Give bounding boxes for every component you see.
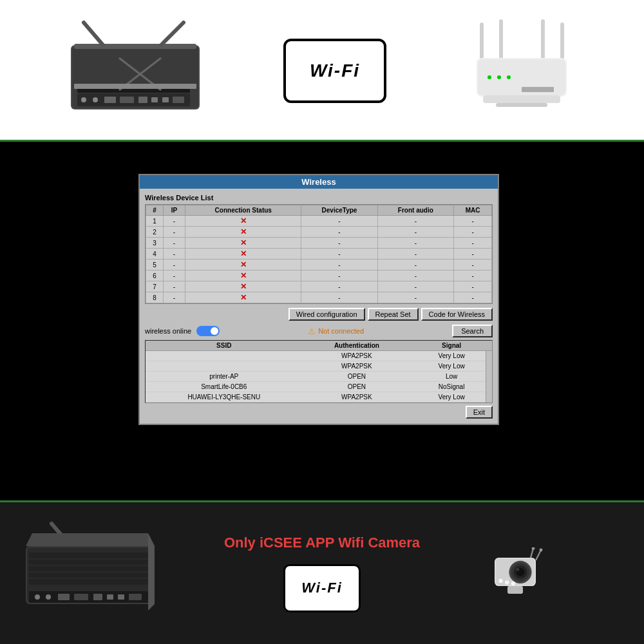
wifi-scrollbar[interactable]	[486, 351, 492, 402]
cell-ip: -	[163, 227, 185, 238]
router-svg	[464, 19, 580, 122]
cell-num: 1	[146, 216, 164, 227]
nvr-box-bottom-svg	[19, 520, 161, 623]
search-button[interactable]: Search	[452, 325, 493, 337]
cell-status: ✕	[185, 238, 301, 249]
svg-rect-17	[74, 84, 196, 89]
cell-status: ✕	[185, 260, 301, 270]
cell-device-type: -	[301, 238, 377, 249]
wifi-col-ssid: SSID	[148, 342, 300, 349]
svg-point-24	[488, 75, 491, 79]
cell-status: ✕	[185, 270, 301, 281]
device-table-container: # IP Connection Status DeviceType Front …	[145, 204, 493, 304]
col-mac: MAC	[454, 205, 492, 216]
cell-num: 2	[146, 227, 164, 238]
nvr-box-svg	[64, 19, 206, 122]
cell-mac: -	[454, 227, 492, 238]
wireless-online-label: wireless online	[145, 327, 191, 335]
wifi-signal: Very Low	[413, 352, 489, 360]
table-row[interactable]: 4 - ✕ - - -	[146, 249, 492, 260]
svg-point-7	[93, 97, 98, 102]
wifi-list-item[interactable]: SmartLife-0CB6 OPEN NoSignal	[146, 382, 492, 392]
cell-ip: -	[163, 281, 185, 292]
cell-device-type: -	[301, 249, 377, 260]
cell-status: ✕	[185, 227, 301, 238]
dialog-titlebar: Wireless	[140, 175, 498, 189]
cell-num: 3	[146, 238, 164, 249]
cell-ip: -	[163, 216, 185, 227]
cell-front-audio: -	[377, 270, 454, 281]
wifi-ssid	[148, 362, 300, 370]
svg-rect-33	[29, 553, 148, 585]
wifi-list-body[interactable]: WPA2PSK Very Low WPA2PSK Very Low printe…	[146, 351, 492, 402]
code-for-wireless-button[interactable]: Code for Wireless	[421, 308, 493, 321]
svg-point-40	[46, 594, 51, 600]
wifi-badge-top: Wi-Fi	[283, 39, 386, 103]
wifi-signal: Very Low	[413, 393, 489, 401]
wifi-ssid: HUAWEI-LY3QHE-SENU	[148, 393, 300, 401]
wifi-list-header: SSID Authentication Signal	[146, 341, 492, 351]
cell-device-type: -	[301, 292, 377, 303]
wifi-auth: WPA2PSK	[300, 393, 414, 401]
wifi-signal: Very Low	[413, 362, 489, 370]
svg-rect-11	[151, 97, 158, 102]
table-row[interactable]: 3 - ✕ - - -	[146, 238, 492, 249]
table-row[interactable]: 7 - ✕ - - -	[146, 281, 492, 292]
table-row[interactable]: 1 - ✕ - - -	[146, 216, 492, 227]
svg-point-55	[505, 580, 509, 584]
col-num: #	[146, 205, 164, 216]
wifi-ssid: SmartLife-0CB6	[148, 383, 300, 391]
svg-point-54	[498, 579, 502, 583]
svg-rect-2	[74, 44, 196, 49]
table-row[interactable]: 5 - ✕ - - -	[146, 260, 492, 270]
wifi-col-signal: Signal	[413, 342, 489, 349]
cell-mac: -	[454, 281, 492, 292]
svg-point-56	[511, 582, 515, 585]
svg-line-4	[161, 23, 184, 45]
svg-point-53	[516, 568, 520, 571]
svg-point-39	[35, 594, 40, 600]
cell-device-type: -	[301, 216, 377, 227]
svg-rect-9	[120, 97, 134, 103]
router-top-right	[464, 19, 580, 122]
svg-point-6	[81, 97, 86, 102]
wifi-list-item[interactable]: WPA2PSK Very Low	[146, 351, 492, 361]
repeat-set-button[interactable]: Repeat Set	[368, 308, 419, 321]
cell-ip: -	[163, 238, 185, 249]
wired-config-button[interactable]: Wired configuration	[289, 308, 365, 321]
table-row[interactable]: 6 - ✕ - - -	[146, 270, 492, 281]
svg-rect-10	[138, 97, 147, 103]
svg-rect-13	[173, 97, 184, 103]
svg-rect-8	[104, 97, 116, 103]
svg-rect-45	[118, 594, 124, 600]
cell-num: 4	[146, 249, 164, 260]
svg-rect-44	[107, 594, 113, 600]
wifi-ssid: printer-AP	[148, 372, 300, 381]
svg-rect-42	[74, 594, 88, 600]
dialog-body: Wireless Device List # IP Connection Sta…	[140, 189, 498, 424]
exit-button[interactable]: Exit	[466, 406, 493, 419]
wifi-auth: OPEN	[300, 383, 414, 391]
svg-rect-43	[93, 594, 102, 600]
wifi-list-item[interactable]: printer-AP OPEN Low	[146, 372, 492, 382]
wifi-auth: OPEN	[300, 372, 414, 381]
table-row[interactable]: 8 - ✕ - - -	[146, 292, 492, 303]
table-row[interactable]: 2 - ✕ - - -	[146, 227, 492, 238]
icsee-app-text: Only iCSEE APP Wifi Camera	[224, 535, 420, 551]
wifi-list-container: SSID Authentication Signal WPA2PSK Very …	[145, 340, 493, 403]
svg-rect-41	[58, 594, 70, 600]
cell-mac: -	[454, 216, 492, 227]
wireless-toggle[interactable]	[196, 326, 220, 336]
wifi-list-item[interactable]: WPA2PSK Very Low	[146, 361, 492, 372]
cell-front-audio: -	[377, 238, 454, 249]
svg-rect-57	[507, 586, 523, 594]
wifi-list-item[interactable]: HUAWEI-LY3QHE-SENU WPA2PSK Very Low	[146, 392, 492, 402]
cell-num: 6	[146, 270, 164, 281]
cell-front-audio: -	[377, 292, 454, 303]
bottom-center: Only iCSEE APP Wifi Camera Wi‑Fi	[187, 535, 457, 612]
nvr-device-bottom	[19, 520, 161, 626]
col-device-type: DeviceType	[301, 205, 377, 216]
device-list-label: Wireless Device List	[145, 194, 493, 202]
cell-status: ✕	[185, 216, 301, 227]
action-buttons-row: Wired configuration Repeat Set Code for …	[145, 308, 493, 321]
